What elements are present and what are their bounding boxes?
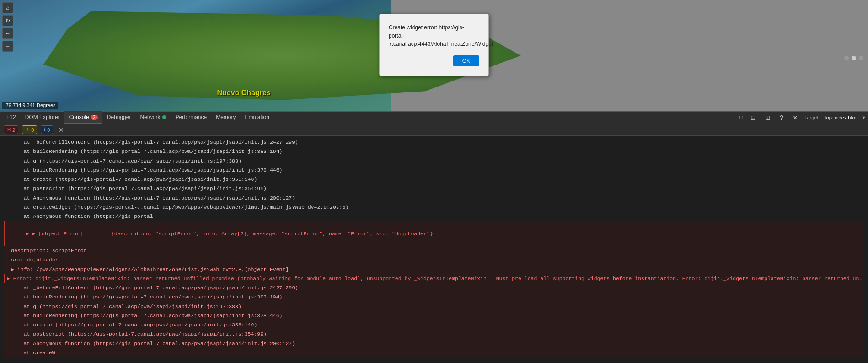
console-line: at postscript (https://gis-portal-7.cana… bbox=[4, 330, 864, 339]
devtools-right-toolbar: 11 ⊟ ⊡ ? ✕ Target _top: index.html ▼ bbox=[739, 113, 866, 122]
console-info-badge[interactable]: ℹ 0 bbox=[41, 125, 53, 134]
tab-f12[interactable]: F12 bbox=[2, 111, 21, 124]
target-label: Target bbox=[804, 115, 819, 120]
devtools-count: 11 bbox=[739, 115, 744, 120]
network-recording-icon bbox=[162, 115, 166, 119]
tab-dom-explorer[interactable]: DOM Explorer bbox=[21, 111, 64, 124]
console-toolbar: ✕ 2 ⚠ 0 ℹ 0 ✕ bbox=[0, 124, 868, 136]
tab-emulation[interactable]: Emulation bbox=[241, 111, 274, 124]
info-icon: ℹ bbox=[44, 127, 46, 133]
console-clear-button[interactable]: ✕ bbox=[57, 126, 66, 134]
tab-debugger-label: Debugger bbox=[107, 114, 131, 120]
console-line: description: scriptError bbox=[4, 246, 864, 255]
console-line: at buildRendering (https://gis-portal-7.… bbox=[4, 293, 864, 302]
console-line: at Anonymous function (https://gis-porta… bbox=[4, 212, 864, 221]
devtools-close-button[interactable]: ✕ bbox=[790, 113, 801, 122]
error-dialog: Create widget error: https://gis-portal-… bbox=[379, 14, 489, 76]
console-line: ▶ info: /pwa/apps/webappviewer/widgets/A… bbox=[4, 265, 864, 274]
tab-emulation-label: Emulation bbox=[245, 114, 269, 120]
console-line: at create (https://gis-portal-7.canal.ac… bbox=[4, 320, 864, 330]
dialog-message: Create widget error: https://gis-portal-… bbox=[389, 23, 479, 48]
tab-network-label: Network bbox=[140, 114, 160, 120]
warning-count: 0 bbox=[31, 127, 34, 133]
target-dropdown-icon[interactable]: ▼ bbox=[861, 115, 866, 120]
console-line: at buildRendering (https://gis-portal-7.… bbox=[4, 166, 864, 175]
dialog-ok-button[interactable]: OK bbox=[453, 55, 479, 66]
console-line: at create (https://gis-portal-7.canal.ac… bbox=[4, 175, 864, 184]
console-warning-badge[interactable]: ⚠ 0 bbox=[22, 125, 37, 134]
console-line: at g (https://gis-portal-7.canal.acp/pwa… bbox=[4, 157, 864, 166]
console-line: at createW bbox=[4, 348, 864, 358]
console-line: at buildRendering (https://gis-portal-7.… bbox=[4, 311, 864, 320]
devtools-help-button[interactable]: ? bbox=[777, 113, 786, 122]
devtools-dock-button[interactable]: ⊟ bbox=[748, 113, 759, 122]
console-line: at _beforeFillContent (https://gis-porta… bbox=[4, 283, 864, 293]
tab-performance-label: Performance bbox=[175, 114, 207, 120]
console-line: at postscript (https://gis-portal-7.cana… bbox=[4, 184, 864, 193]
console-error-line: ▶ ▶ [object Error] {description: "script… bbox=[4, 221, 864, 246]
tab-performance[interactable]: Performance bbox=[171, 111, 211, 124]
error-icon: ✕ bbox=[7, 127, 11, 133]
devtools-popout-button[interactable]: ⊡ bbox=[762, 113, 773, 122]
console-line: at Anonymous function (https://gis-porta… bbox=[4, 194, 864, 203]
devtools-container: F12 DOM Explorer Console 2 Debugger Netw… bbox=[0, 111, 868, 359]
info-count: 0 bbox=[47, 127, 50, 133]
error-expand-icon: ▶ bbox=[26, 231, 32, 237]
tab-f12-label: F12 bbox=[6, 114, 16, 120]
console-error-badge[interactable]: ✕ 2 bbox=[4, 125, 18, 134]
console-line: at g (https://gis-portal-7.canal.acp/pwa… bbox=[4, 302, 864, 311]
tab-console-badge: 2 bbox=[91, 115, 98, 120]
dialog-overlay: Create widget error: https://gis-portal-… bbox=[0, 0, 868, 111]
tab-network[interactable]: Network bbox=[135, 111, 171, 124]
console-line: src: dojoLoader bbox=[4, 255, 864, 265]
error-count: 2 bbox=[12, 127, 15, 133]
tab-console[interactable]: Console 2 bbox=[64, 111, 102, 124]
warning-icon: ⚠ bbox=[25, 127, 30, 133]
console-error-text: ▶ [object Error] {description: "scriptEr… bbox=[32, 231, 433, 237]
tab-dom-label: DOM Explorer bbox=[25, 114, 60, 120]
tab-debugger[interactable]: Debugger bbox=[102, 111, 136, 124]
devtools-tabbar: F12 DOM Explorer Console 2 Debugger Netw… bbox=[0, 111, 868, 124]
console-line: at createWidget (https://gis-portal-7.ca… bbox=[4, 203, 864, 212]
target-value: _top: index.html bbox=[822, 115, 857, 120]
tab-console-label: Console bbox=[69, 114, 89, 120]
console-line: at Anonymous function (https://gis-porta… bbox=[4, 339, 864, 348]
tab-memory[interactable]: Memory bbox=[211, 111, 240, 124]
map-area: Nuevo Chagres -79.734 9.341 Degrees ⌂ ↻ … bbox=[0, 0, 868, 111]
console-error-line-2: ▶ Error: dijit._WidgetsInTemplateMixin: … bbox=[4, 274, 864, 283]
tab-memory-label: Memory bbox=[216, 114, 236, 120]
console-line: at buildRendering (https://gis-portal-7.… bbox=[4, 147, 864, 156]
console-output[interactable]: at _beforeFillContent (https://gis-porta… bbox=[0, 136, 868, 359]
console-line: at _beforeFillContent (https://gis-porta… bbox=[4, 138, 864, 147]
